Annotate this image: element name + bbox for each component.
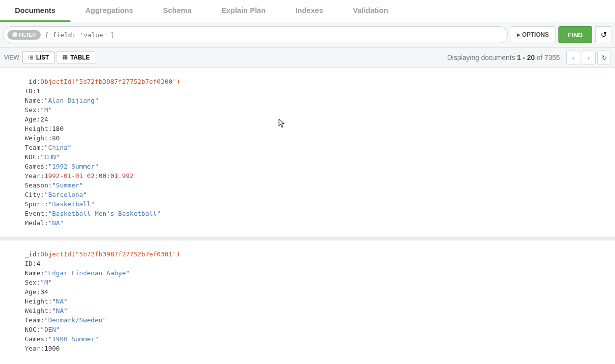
field-value: "China" — [44, 144, 71, 151]
field-row: NOC:"DEN" — [25, 325, 605, 334]
field-row: Medal:"NA" — [25, 218, 605, 228]
field-row: Event:"Basketball Men's Basketball" — [25, 209, 605, 218]
field-row: Name:"Alan Dijiang" — [25, 96, 605, 105]
field-colon: : — [44, 163, 48, 170]
tab-indexes[interactable]: Indexes — [280, 0, 338, 22]
field-value: "Summer" — [52, 182, 83, 189]
collection-tabs: DocumentsAggregationsSchemaExplain PlanI… — [0, 0, 615, 22]
field-key: Sport — [25, 200, 44, 208]
filter-badge: FILTER — [7, 30, 41, 40]
field-row: Name:"Edgar Lindenau Aabye" — [25, 268, 605, 278]
field-key: Games — [25, 163, 44, 170]
field-key: _id — [25, 250, 36, 258]
field-colon: : — [48, 134, 52, 142]
document-list[interactable]: _id:ObjectId("5b72fb3987f27752b7ef0300")… — [0, 68, 615, 358]
pagination-of: of — [535, 54, 544, 61]
field-value: "Basketball Men's Basketball" — [48, 210, 161, 217]
refresh-button[interactable]: ↻ — [597, 51, 611, 64]
field-value: 1 — [36, 87, 40, 95]
tab-schema[interactable]: Schema — [148, 0, 206, 22]
field-value: "NA" — [52, 307, 68, 314]
field-colon: : — [40, 316, 44, 324]
field-value: "M" — [40, 106, 52, 114]
field-key: Medal — [25, 219, 44, 227]
field-key: ID — [25, 87, 33, 95]
field-key: Weight — [25, 134, 48, 142]
field-row: Games:"1900 Summer" — [25, 334, 605, 344]
field-value: "CHN" — [40, 153, 60, 161]
options-button[interactable]: ▸ OPTIONS — [511, 26, 555, 43]
field-key: Team — [25, 316, 40, 324]
view-list-button[interactable]: LIST — [22, 51, 55, 64]
field-row: ID:4 — [25, 259, 605, 268]
field-value: 4 — [36, 260, 40, 267]
field-value: "1992 Summer" — [48, 163, 99, 170]
options-label: OPTIONS — [522, 31, 549, 38]
field-key: NOC — [25, 153, 36, 161]
document-card[interactable]: _id:ObjectId("5b72fb3987f27752b7ef0300")… — [0, 68, 615, 241]
table-button-label: TABLE — [70, 54, 90, 61]
list-icon — [28, 55, 34, 61]
field-value: "NA" — [48, 219, 64, 227]
field-value: "Alan Dijiang" — [44, 97, 99, 104]
caret-right-icon: ▸ — [517, 31, 520, 38]
field-value: 80 — [52, 134, 60, 142]
field-colon: : — [40, 144, 44, 151]
document-card[interactable]: _id:ObjectId("5b72fb3987f27752b7ef0301")… — [0, 241, 615, 358]
field-key: Year — [25, 345, 40, 352]
field-colon: : — [48, 298, 52, 305]
find-button[interactable]: FIND — [558, 26, 592, 43]
field-key: Event — [25, 210, 44, 217]
tab-explain-plan[interactable]: Explain Plan — [206, 0, 280, 22]
field-colon: : — [40, 345, 44, 352]
field-row: NOC:"CHN" — [25, 152, 605, 162]
prev-page-button[interactable]: ‹ — [566, 51, 580, 64]
field-key: NOC — [25, 326, 36, 333]
field-colon: : — [40, 97, 44, 104]
field-row: Year:1992-01-01 02:00:01.992 — [25, 171, 605, 181]
field-key: Name — [25, 269, 40, 277]
field-colon: : — [48, 182, 52, 189]
field-value: "Basketball" — [48, 200, 95, 208]
pagination-total: 7355 — [545, 54, 560, 61]
reset-query-button[interactable]: ↺ — [595, 26, 612, 43]
field-colon: : — [40, 191, 44, 198]
tab-aggregations[interactable]: Aggregations — [70, 0, 148, 22]
tab-validation[interactable]: Validation — [338, 0, 403, 22]
field-value: "NA" — [52, 298, 68, 305]
field-colon: : — [40, 172, 44, 180]
view-table-button[interactable]: TABLE — [57, 51, 95, 64]
field-row: _id:ObjectId("5b72fb3987f27752b7ef0301") — [25, 249, 605, 259]
field-value: "DEN" — [40, 326, 60, 333]
field-key: Sex — [25, 279, 36, 286]
field-colon: : — [48, 125, 52, 132]
field-key: ID — [25, 260, 33, 267]
filter-input[interactable] — [45, 31, 503, 39]
field-key: Season — [25, 182, 48, 189]
field-key: Team — [25, 144, 40, 151]
next-page-button[interactable]: › — [582, 51, 596, 64]
pagination-text: Displaying documents 1 - 20 of 7355 — [447, 54, 560, 61]
view-label: VIEW — [4, 54, 19, 61]
field-key: Age — [25, 288, 36, 296]
view-toolbar: VIEW LIST TABLE Displaying documents 1 -… — [0, 48, 615, 68]
field-row: _id:ObjectId("5b72fb3987f27752b7ef0300") — [25, 77, 605, 86]
field-key: _id — [25, 78, 36, 85]
field-row: Team:"Denmark/Sweden" — [25, 315, 605, 325]
field-value: 34 — [40, 288, 48, 296]
field-value: "1900 Summer" — [48, 335, 99, 343]
query-bar: FILTER ▸ OPTIONS FIND ↺ — [0, 22, 615, 48]
table-icon — [62, 55, 68, 61]
field-row: Age:34 — [25, 287, 605, 297]
field-row: Team:"China" — [25, 143, 605, 152]
field-row: Year:1900 — [25, 344, 605, 353]
field-key: Height — [25, 298, 48, 305]
field-row: Weight:80 — [25, 133, 605, 143]
field-colon: : — [48, 307, 52, 314]
list-button-label: LIST — [36, 54, 49, 61]
field-row: Height:"NA" — [25, 297, 605, 306]
field-row: Games:"1992 Summer" — [25, 162, 605, 171]
tab-documents[interactable]: Documents — [0, 0, 70, 22]
field-row: Sport:"Basketball" — [25, 199, 605, 209]
pagination-prefix: Displaying documents — [447, 54, 517, 61]
